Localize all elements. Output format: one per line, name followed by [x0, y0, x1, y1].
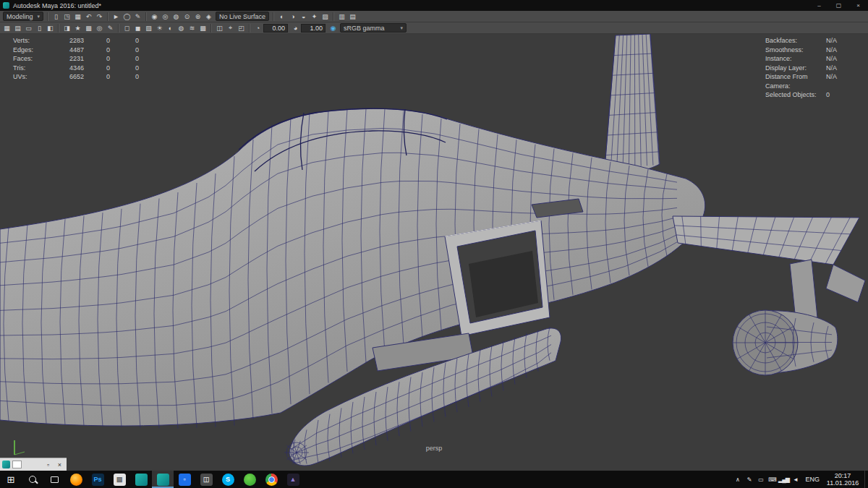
snap-to-projected-center-icon[interactable]: ⊙ — [182, 12, 192, 22]
render-current-frame-icon[interactable]: ◑ — [287, 12, 298, 22]
textured-display-icon[interactable]: ▨ — [143, 23, 154, 33]
search-button[interactable] — [22, 471, 43, 488]
start-button[interactable]: ⊞ — [0, 471, 22, 488]
undo-icon[interactable]: ↶ — [83, 12, 94, 22]
menu-set-selector[interactable]: Modeling ▾ — [3, 12, 43, 21]
camera-attributes-icon[interactable]: ◨ — [61, 23, 72, 33]
anti-aliasing-icon[interactable]: ▩ — [197, 23, 208, 33]
task-view-button[interactable] — [43, 471, 65, 488]
separator — [47, 12, 48, 21]
open-render-view-icon[interactable]: ◐ — [276, 12, 287, 22]
save-scene-icon[interactable]: ▦ — [72, 12, 83, 22]
ipr-render-icon[interactable]: ◒ — [298, 12, 309, 22]
wireframe-display-icon[interactable]: ◻ — [122, 23, 132, 33]
history-icons-group: ↶↷ — [83, 12, 105, 22]
taskbar-save-tool-icon[interactable]: ▫ — [174, 471, 195, 488]
taskbar-maya-active-icon[interactable] — [152, 471, 174, 488]
panel-restore-button[interactable]: ▫ — [43, 460, 53, 470]
taskbar-photos-icon[interactable]: ▲ — [282, 471, 304, 488]
taskbar-photoshop-icon[interactable]: Ps — [87, 471, 109, 488]
render-setup-icon[interactable]: ▨ — [320, 12, 331, 22]
gamma-icon[interactable]: ◕ — [290, 23, 301, 33]
image-plane-icon[interactable]: ▩ — [83, 23, 94, 33]
task-view-icon — [51, 476, 59, 483]
select-tool-icon[interactable]: ► — [111, 12, 122, 22]
exposure-input[interactable]: 0.00 — [263, 24, 288, 33]
taskbar-firefox-icon[interactable] — [65, 471, 87, 488]
view-transform-selector[interactable]: sRGB gamma ▾ — [340, 23, 407, 33]
panel-close-button[interactable]: × — [55, 460, 64, 470]
status-line: Modeling ▾ ▯◳▦ ↶↷ ►◯✎ ◉◎◍⊙⊛◈ No Live Sur… — [0, 11, 868, 22]
file-icons-group: ▯◳▦ — [51, 12, 83, 22]
language-indicator[interactable]: ENG — [801, 476, 824, 483]
aircraft-fuselage[interactable] — [0, 108, 705, 426]
xray-display-icon[interactable]: ◫ — [214, 23, 225, 33]
resolution-gate-icon[interactable]: ▯ — [34, 23, 45, 33]
wing-flap[interactable] — [826, 265, 865, 302]
selection-icons-group: ►◯✎ — [111, 12, 143, 22]
object-detail-row: Selected Objects: 0 — [765, 90, 837, 100]
use-all-lights-icon[interactable]: ☀ — [154, 23, 165, 33]
hidden-icons-chevron[interactable]: ∧ — [731, 471, 743, 488]
shadows-icon[interactable]: ◐ — [165, 23, 176, 33]
live-surface-field[interactable]: No Live Surface — [216, 12, 269, 21]
xray-joints-icon[interactable]: ⌖ — [225, 23, 236, 33]
snap-icons-group: ◉◎◍⊙⊛◈ — [149, 12, 214, 22]
perspective-viewport[interactable]: Verts: 2283 0 0 Edges: 4487 0 0 Faces: 2… — [0, 34, 868, 471]
tray-keyboard-icon[interactable]: ⌨ — [766, 471, 778, 488]
lasso-select-icon[interactable]: ◯ — [122, 12, 132, 22]
title-bar: Autodesk Maya 2016: untitled* – ▢ × — [0, 0, 868, 11]
heads-up-display-icon[interactable]: ▤ — [12, 23, 23, 33]
tray-battery-icon[interactable]: ▭ — [754, 471, 766, 488]
render-settings-icon[interactable]: ✦ — [309, 12, 320, 22]
paint-select-icon[interactable]: ✎ — [132, 12, 143, 22]
windows-taskbar: ⊞ Ps ▤ ▫ ◫ S — [0, 471, 868, 488]
taskbar-explorer-icon[interactable]: ◫ — [195, 471, 217, 488]
taskbar-maya-icon[interactable] — [130, 471, 152, 488]
taskbar-clock[interactable]: 20:17 11.01.2016 — [824, 472, 864, 487]
close-button[interactable]: × — [848, 0, 868, 11]
toggle-toolbox-icon[interactable]: ▤ — [347, 12, 358, 22]
smooth-shade-icon[interactable]: ◼ — [132, 23, 143, 33]
pan-zoom-icon[interactable]: ◎ — [94, 23, 105, 33]
motion-blur-icon[interactable]: ≋ — [187, 23, 197, 33]
open-scene-icon[interactable]: ◳ — [61, 12, 72, 22]
bookmarks-icon[interactable]: ★ — [72, 23, 83, 33]
separator — [107, 12, 109, 21]
snap-to-view-plane-icon[interactable]: ⊛ — [192, 12, 203, 22]
taskbar-chrome-icon[interactable] — [260, 471, 282, 488]
taskbar-skype-icon[interactable]: S — [217, 471, 239, 488]
floating-panel-titlebar[interactable]: ▫ × — [0, 458, 67, 471]
maximize-button[interactable]: ▢ — [829, 0, 848, 11]
object-detail-row: Display Layer: N/A — [765, 64, 837, 73]
snap-to-grid-icon[interactable]: ◉ — [149, 12, 160, 22]
tray-volume-icon[interactable]: ◄ — [789, 471, 801, 488]
redo-icon[interactable]: ↷ — [94, 12, 105, 22]
clock-time: 20:17 — [824, 472, 861, 479]
snap-to-point-icon[interactable]: ◍ — [171, 12, 182, 22]
tray-network-icon[interactable]: ▂▄▆ — [778, 471, 789, 488]
gate-mask-icon[interactable]: ◧ — [45, 23, 56, 33]
snap-to-curve-icon[interactable]: ◎ — [160, 12, 171, 22]
render-icons-group: ◐◑◒✦▨ — [276, 12, 331, 22]
air-intake[interactable] — [445, 221, 550, 336]
viewport-canvas[interactable] — [0, 34, 868, 471]
minimize-button[interactable]: – — [809, 0, 829, 11]
show-desktop-button[interactable] — [864, 471, 868, 488]
make-object-live-icon[interactable]: ◈ — [203, 12, 214, 22]
color-management-icon[interactable]: ◉ — [328, 23, 339, 33]
screen-space-ao-icon[interactable]: ◍ — [176, 23, 187, 33]
isolate-select-icon[interactable]: ◰ — [236, 23, 247, 33]
grease-pencil-icon[interactable]: ✎ — [105, 23, 116, 33]
pod-pylon[interactable] — [790, 260, 817, 320]
taskbar-3dsmax-icon[interactable]: ▤ — [109, 471, 130, 488]
exposure-icon[interactable]: ◔ — [252, 23, 263, 33]
camera-label: persp — [0, 445, 868, 452]
new-scene-icon[interactable]: ▯ — [51, 12, 61, 22]
film-gate-icon[interactable]: ▭ — [23, 23, 34, 33]
toggle-panel-menus-icon[interactable]: ▥ — [336, 12, 347, 22]
grid-toggle-icon[interactable]: ▦ — [1, 23, 12, 33]
taskbar-green-app-icon[interactable] — [239, 471, 260, 488]
gamma-input[interactable]: 1.00 — [301, 24, 326, 33]
tray-pen-icon[interactable]: ✎ — [743, 471, 754, 488]
